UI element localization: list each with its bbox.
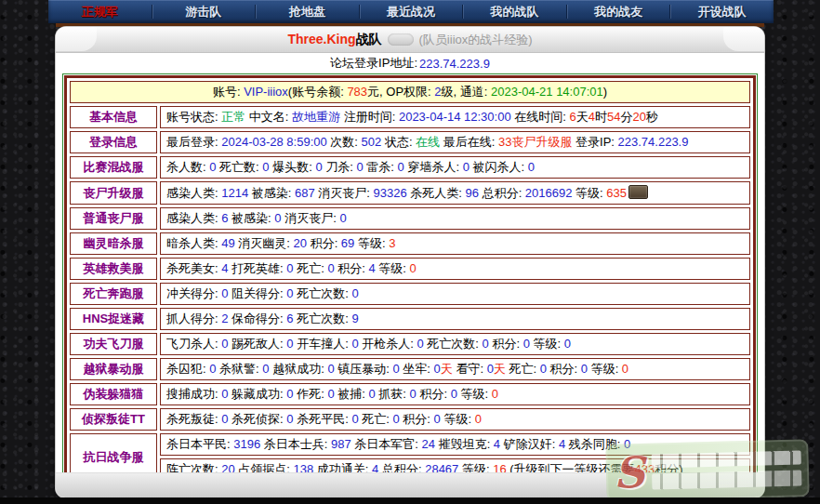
row-stats: 冲关得分: 0 阻关得分: 0 死亡次数: 0: [160, 283, 750, 305]
ip-label: 论坛登录IP地址:: [330, 55, 417, 72]
nav-item-1[interactable]: 正规军: [48, 4, 152, 20]
stat-text: 正常: [221, 110, 245, 124]
stat-text: 0: [622, 362, 628, 376]
stat-text: 0: [581, 362, 588, 376]
row-label: HNS捉迷藏: [70, 308, 157, 330]
stat-text: 状态:: [381, 135, 416, 149]
stat-text: 0: [286, 261, 293, 275]
stat-text: 0: [475, 412, 482, 426]
stat-text: 登录IP:: [572, 135, 617, 149]
stat-text: 0: [398, 160, 404, 174]
nav-item-4[interactable]: 最近战况: [360, 4, 463, 20]
stat-text: 摧毁坦克:: [435, 437, 494, 451]
stat-text: 93326: [374, 186, 407, 200]
stat-text: 开车撞人:: [294, 337, 352, 351]
stat-text: 0: [368, 387, 375, 401]
stat-text: 分: [620, 110, 632, 124]
stat-text: 0: [351, 337, 358, 351]
stat-text: 次数:: [327, 135, 362, 149]
stat-text: 96: [466, 186, 479, 200]
stat-text: 飞刀杀人:: [166, 337, 221, 351]
stat-text: 死亡次数:: [294, 286, 352, 300]
stat-text: 4: [368, 261, 375, 275]
stat-text: 被感染:: [248, 186, 295, 200]
stat-text: 杀死人类:: [407, 186, 466, 200]
stat-text: 24: [422, 437, 435, 451]
stat-text: 总积分:: [479, 186, 525, 200]
stat-text: 坐牢:: [400, 362, 434, 376]
row-label: 登录信息: [70, 131, 157, 153]
stat-text: 被捕:: [335, 387, 369, 401]
stat-text: 0: [434, 412, 441, 426]
stat-text: 等级:: [530, 337, 564, 351]
stats-table-frame: 账号: VIP-iiiox(账号余额: 783元, OP权限: 2级, 通道: …: [62, 73, 758, 488]
stat-text: 搜捕成功:: [166, 387, 221, 401]
stat-text: 0: [392, 412, 399, 426]
stat-text: 被闪杀人:: [470, 160, 528, 174]
row-stats: 杀死叛徒: 0 杀死侦探: 0 杀死平民: 0 死亡: 0 积分: 0 等级: …: [160, 408, 750, 431]
stat-text: 刀杀:: [323, 160, 357, 174]
stat-text: 0: [356, 160, 363, 174]
row-stats: 账号状态: 正常 中文名: 故地重游 注册时间: 2023-04-14 12:3…: [160, 106, 750, 128]
stat-text: 783: [347, 85, 367, 99]
stat-text: 杀日本平民:: [166, 437, 233, 451]
stat-text: 铲除汉奸:: [500, 437, 559, 451]
main-panel-body: Three.King战队 (队员iiiox的战斗经验) 论坛登录IP地址: 22…: [56, 27, 764, 497]
team-name-highlight: Three.King: [287, 32, 355, 46]
stat-text: 0: [315, 160, 322, 174]
watermark-text-line: [652, 450, 801, 468]
nav-item-5[interactable]: 我的战队: [463, 4, 566, 20]
panel-shoulder-right: [723, 27, 764, 51]
stat-text: 暗杀人类:: [166, 236, 221, 250]
watermark-text-block: [652, 450, 802, 489]
watermark-logo: S: [605, 439, 810, 502]
stat-text: 223.74.223.9: [618, 135, 689, 149]
stat-text: ): [603, 85, 607, 99]
stat-text: 死亡次数:: [424, 337, 483, 351]
stat-text: 20: [632, 110, 645, 124]
stat-text: 死亡:: [294, 261, 328, 275]
stat-text: 杀死平民:: [294, 412, 352, 426]
stat-text: 作死:: [294, 387, 328, 401]
stat-text: 杀日本军官:: [351, 437, 422, 451]
stat-text: 等级:: [572, 186, 606, 200]
stat-text: 死亡数:: [216, 160, 262, 174]
stat-text: 积分:: [307, 236, 341, 250]
row-label: 基本信息: [70, 106, 157, 128]
stat-text: 0: [339, 211, 346, 225]
top-nav: 正规军游击队抢地盘最近战况我的战队我的战友开设战队: [48, 0, 774, 23]
stat-text: 感染人类:: [166, 211, 221, 225]
row-label: 普通丧尸服: [70, 207, 157, 230]
stat-text: 穿墙杀人:: [404, 160, 463, 174]
stat-text: 687: [295, 186, 315, 200]
stat-text: 49: [221, 236, 234, 250]
stat-text: 4: [494, 437, 500, 451]
stat-text: 2023-04-14 12:30:00: [399, 110, 511, 124]
nav-item-7[interactable]: 开设战队: [670, 4, 774, 20]
stat-text: 等级:: [354, 236, 389, 250]
stat-text: 0: [410, 387, 417, 401]
stat-text: 0: [286, 337, 293, 351]
stat-text: 死亡:: [506, 362, 540, 376]
row-stats: 杀人数: 0 死亡数: 0 爆头数: 0 刀杀: 0 雷杀: 0 穿墙杀人: 0…: [160, 156, 750, 179]
nav-item-6[interactable]: 我的战友: [567, 4, 670, 20]
account-summary: 账号: VIP-iiiox(账号余额: 783元, OP权限: 2级, 通道: …: [70, 81, 750, 103]
stat-text: 在线时间:: [511, 110, 570, 124]
stat-text: (账号余额:: [288, 85, 348, 99]
stat-text: 抓人得分:: [166, 312, 221, 325]
stat-text: 等级:: [376, 261, 410, 275]
stat-text: 0: [483, 337, 489, 351]
stat-text: 积分:: [489, 337, 523, 351]
stat-text: 502: [362, 135, 382, 149]
nav-item-2[interactable]: 游击队: [152, 4, 256, 20]
stat-text: 消灭丧尸:: [315, 186, 374, 200]
row-label: 幽灵暗杀服: [70, 232, 157, 255]
stat-text: 消灭丧尸:: [282, 211, 340, 225]
stat-text: 雷杀:: [364, 160, 398, 174]
stat-text: 杀人数:: [166, 160, 209, 174]
stat-text: VIP-iiiox: [244, 85, 288, 99]
nav-item-3[interactable]: 抢地盘: [256, 4, 359, 20]
row-stats: 最后登录: 2024-03-28 8:59:00 次数: 502 状态: 在线 …: [160, 131, 750, 153]
panel-shoulder-left: [56, 27, 97, 51]
stat-text: 0: [392, 362, 399, 376]
